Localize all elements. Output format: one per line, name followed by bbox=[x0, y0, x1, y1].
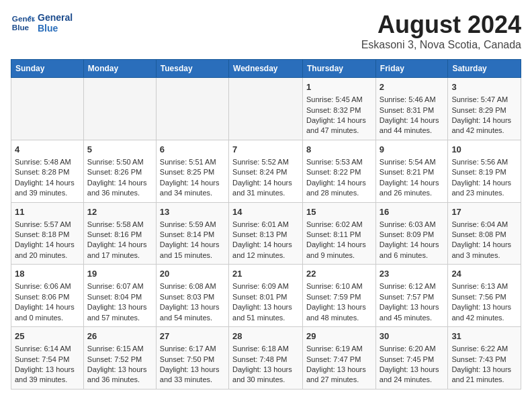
day-info: Sunrise: 5:52 AM bbox=[232, 157, 299, 167]
day-info: Daylight: 14 hours and 17 minutes. bbox=[87, 240, 152, 261]
calendar-cell: 5Sunrise: 5:50 AMSunset: 8:26 PMDaylight… bbox=[83, 140, 156, 202]
day-info: Sunset: 7:56 PM bbox=[451, 292, 517, 302]
day-number: 8 bbox=[306, 144, 372, 156]
weekday-header: Friday bbox=[375, 60, 448, 78]
day-number: 23 bbox=[380, 268, 445, 280]
day-info: Daylight: 14 hours and 47 minutes. bbox=[306, 116, 372, 136]
day-info: Sunrise: 5:53 AM bbox=[306, 157, 372, 167]
day-info: Sunset: 8:26 PM bbox=[87, 167, 152, 177]
day-number: 11 bbox=[15, 206, 80, 218]
weekday-header: Saturday bbox=[448, 60, 521, 78]
day-number: 20 bbox=[160, 268, 225, 280]
day-number: 4 bbox=[15, 144, 80, 156]
day-number: 18 bbox=[15, 268, 80, 280]
day-info: Sunrise: 6:12 AM bbox=[380, 281, 445, 291]
svg-text:Blue: Blue bbox=[12, 23, 30, 32]
calendar-cell: 31Sunrise: 6:22 AMSunset: 7:43 PMDayligh… bbox=[448, 327, 521, 390]
day-number: 25 bbox=[15, 330, 80, 342]
calendar-cell: 26Sunrise: 6:15 AMSunset: 7:52 PMDayligh… bbox=[83, 327, 156, 390]
calendar-cell: 9Sunrise: 5:54 AMSunset: 8:21 PMDaylight… bbox=[375, 140, 448, 202]
svg-text:General: General bbox=[12, 14, 35, 23]
day-info: Sunrise: 6:17 AM bbox=[160, 344, 225, 354]
logo-icon: General Blue bbox=[11, 11, 35, 35]
day-info: Daylight: 14 hours and 6 minutes. bbox=[380, 240, 445, 261]
calendar-cell: 19Sunrise: 6:07 AMSunset: 8:04 PMDayligh… bbox=[83, 265, 156, 327]
day-info: Sunset: 8:01 PM bbox=[232, 292, 299, 302]
day-info: Sunrise: 6:18 AM bbox=[232, 344, 299, 354]
day-info: Sunrise: 5:47 AM bbox=[451, 95, 517, 105]
day-info: Sunrise: 5:50 AM bbox=[87, 157, 152, 167]
header: General Blue General Blue August 2024 Es… bbox=[11, 11, 521, 51]
day-info: Sunrise: 6:19 AM bbox=[306, 344, 372, 354]
calendar-cell bbox=[156, 78, 228, 140]
day-info: Sunrise: 5:57 AM bbox=[15, 220, 80, 230]
day-info: Sunrise: 6:13 AM bbox=[451, 281, 517, 291]
calendar-cell bbox=[11, 78, 84, 140]
day-info: Sunrise: 6:04 AM bbox=[451, 220, 517, 230]
calendar-cell: 11Sunrise: 5:57 AMSunset: 8:18 PMDayligh… bbox=[11, 202, 84, 265]
calendar-cell: 6Sunrise: 5:51 AMSunset: 8:25 PMDaylight… bbox=[156, 140, 228, 202]
day-info: Daylight: 14 hours and 12 minutes. bbox=[232, 240, 299, 261]
day-info: Daylight: 14 hours and 15 minutes. bbox=[160, 240, 225, 261]
day-info: Sunset: 8:16 PM bbox=[87, 230, 152, 240]
calendar-cell: 27Sunrise: 6:17 AMSunset: 7:50 PMDayligh… bbox=[156, 327, 228, 390]
calendar-cell: 21Sunrise: 6:09 AMSunset: 8:01 PMDayligh… bbox=[229, 265, 303, 327]
day-info: Sunrise: 6:14 AM bbox=[15, 344, 80, 354]
day-number: 19 bbox=[87, 268, 152, 280]
calendar-cell bbox=[83, 78, 156, 140]
day-info: Daylight: 14 hours and 20 minutes. bbox=[15, 240, 80, 261]
day-info: Daylight: 13 hours and 21 minutes. bbox=[451, 365, 517, 385]
calendar-cell: 23Sunrise: 6:12 AMSunset: 7:57 PMDayligh… bbox=[375, 265, 448, 327]
day-info: Daylight: 14 hours and 34 minutes. bbox=[160, 178, 225, 199]
day-info: Sunset: 7:57 PM bbox=[380, 292, 445, 302]
calendar-cell: 2Sunrise: 5:46 AMSunset: 8:31 PMDaylight… bbox=[375, 78, 448, 140]
day-info: Sunset: 8:24 PM bbox=[232, 167, 299, 177]
calendar-cell: 28Sunrise: 6:18 AMSunset: 7:48 PMDayligh… bbox=[229, 327, 303, 390]
weekday-header: Tuesday bbox=[156, 60, 228, 78]
calendar-week-row: 11Sunrise: 5:57 AMSunset: 8:18 PMDayligh… bbox=[11, 202, 521, 265]
day-info: Sunset: 8:29 PM bbox=[451, 105, 517, 116]
day-info: Daylight: 14 hours and 28 minutes. bbox=[306, 178, 372, 199]
day-info: Daylight: 13 hours and 39 minutes. bbox=[15, 365, 80, 385]
day-info: Daylight: 14 hours and 9 minutes. bbox=[306, 240, 372, 261]
day-info: Daylight: 13 hours and 33 minutes. bbox=[160, 365, 225, 385]
day-info: Sunset: 7:47 PM bbox=[306, 355, 372, 365]
calendar-week-row: 18Sunrise: 6:06 AMSunset: 8:06 PMDayligh… bbox=[11, 265, 521, 327]
day-info: Sunset: 8:06 PM bbox=[15, 292, 80, 302]
day-info: Daylight: 14 hours and 23 minutes. bbox=[451, 178, 517, 199]
calendar-cell: 30Sunrise: 6:20 AMSunset: 7:45 PMDayligh… bbox=[375, 327, 448, 390]
day-info: Daylight: 13 hours and 57 minutes. bbox=[87, 302, 152, 323]
logo-line1: General bbox=[38, 12, 73, 23]
day-number: 26 bbox=[87, 330, 152, 342]
day-number: 29 bbox=[306, 330, 372, 342]
day-number: 31 bbox=[451, 330, 517, 342]
calendar-table: SundayMondayTuesdayWednesdayThursdayFrid… bbox=[11, 59, 521, 390]
day-info: Sunrise: 6:08 AM bbox=[160, 281, 225, 291]
day-number: 14 bbox=[232, 206, 299, 218]
day-info: Daylight: 13 hours and 30 minutes. bbox=[232, 365, 299, 385]
title-area: August 2024 Eskasoni 3, Nova Scotia, Can… bbox=[361, 11, 521, 51]
day-info: Sunrise: 5:51 AM bbox=[160, 157, 225, 167]
calendar-cell: 4Sunrise: 5:48 AMSunset: 8:28 PMDaylight… bbox=[11, 140, 84, 202]
day-info: Sunrise: 5:58 AM bbox=[87, 220, 152, 230]
calendar-cell: 16Sunrise: 6:03 AMSunset: 8:09 PMDayligh… bbox=[375, 202, 448, 265]
calendar-cell: 24Sunrise: 6:13 AMSunset: 7:56 PMDayligh… bbox=[448, 265, 521, 327]
day-info: Sunset: 8:18 PM bbox=[15, 230, 80, 240]
day-info: Daylight: 13 hours and 48 minutes. bbox=[306, 302, 372, 323]
day-number: 6 bbox=[160, 144, 225, 156]
day-number: 30 bbox=[380, 330, 445, 342]
day-info: Sunset: 7:43 PM bbox=[451, 355, 517, 365]
day-info: Daylight: 13 hours and 24 minutes. bbox=[380, 365, 445, 385]
day-info: Daylight: 13 hours and 51 minutes. bbox=[232, 302, 299, 323]
day-info: Sunrise: 5:56 AM bbox=[451, 157, 517, 167]
day-info: Sunrise: 6:07 AM bbox=[87, 281, 152, 291]
day-info: Daylight: 13 hours and 27 minutes. bbox=[306, 365, 372, 385]
day-info: Sunset: 8:28 PM bbox=[15, 167, 80, 177]
day-info: Sunset: 7:52 PM bbox=[87, 355, 152, 365]
day-info: Sunset: 8:32 PM bbox=[306, 105, 372, 116]
day-info: Daylight: 13 hours and 42 minutes. bbox=[451, 302, 517, 323]
month-title: August 2024 bbox=[361, 11, 521, 39]
day-number: 10 bbox=[451, 144, 517, 156]
day-info: Daylight: 13 hours and 36 minutes. bbox=[87, 365, 152, 385]
day-info: Sunset: 7:45 PM bbox=[380, 355, 445, 365]
